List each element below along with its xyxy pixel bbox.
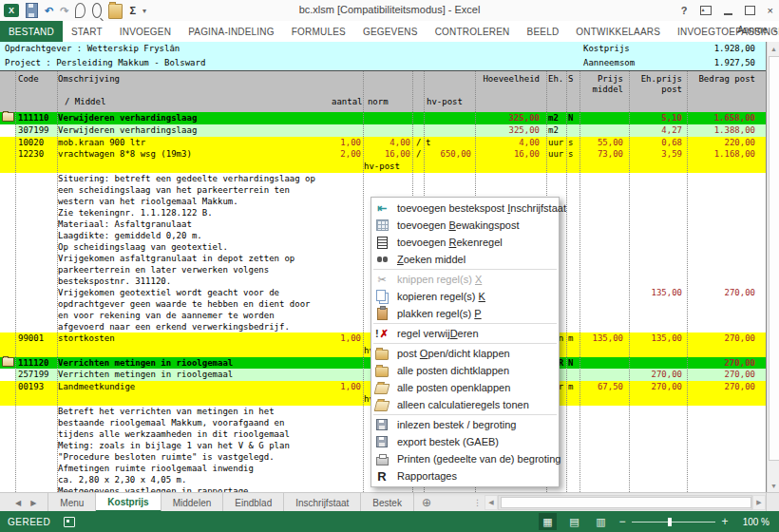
ribbon-tab-bestand[interactable]: BESTAND [0,21,63,42]
add-sheet-icon[interactable]: ⊕ [422,493,431,512]
collapse-post-icon[interactable] [2,112,14,122]
zoom-level[interactable]: 100 % [737,517,770,527]
menu-item-copy-pages[interactable]: kopieren regel(s) K [371,288,559,305]
insert-rekenregel-icon [377,237,388,249]
ribbon-tab-gegevens[interactable]: GEGEVENS [354,21,427,42]
sheet-tab-inschrijfstaat[interactable]: Inschrijfstaat [284,493,361,512]
scroll-right-icon[interactable]: ▶ [752,495,766,510]
sheet-tab-kostprijs[interactable]: Kostprijs [96,493,161,512]
menu-item-folder-open[interactable]: alleen calculatieregels tonen [371,396,559,413]
zoom-slider[interactable] [632,522,715,522]
cell-norm: 16,00 [363,148,410,161]
ribbon-tab-strip: BESTANDSTARTINVOEGENPAGINA-INDELINGFORMU… [0,21,779,43]
vertical-scrollbar-thumb[interactable] [769,56,779,461]
cell-ehprijs: 270,00 [629,381,682,393]
menu-item-folder-closed[interactable]: post Open/dicht klappen [371,345,559,362]
menu-item-printer[interactable]: Printen (gedeelte van de) begroting [371,450,559,467]
sheet-tab-menu[interactable]: Menu [48,493,96,512]
menu-item-export-floppy[interactable]: export bestek (GAEB) [371,433,559,450]
redo-icon[interactable]: ↷ [60,4,68,17]
menu-item-label: plakken regel(s) P [397,308,482,319]
horizontal-scrollbar-track[interactable] [498,495,752,510]
insert-bestekspost-icon: ⇤ [377,201,387,215]
chevron-right-icon[interactable]: ▸ [773,27,777,34]
horizontal-scrollbar[interactable]: ⋮ ◀ ▶ [473,496,766,509]
sheet-row-10020[interactable]: 10020mob.kraan 900 ltr1,004,00/t4,00uurs… [0,137,766,149]
menu-item-label: export bestek (GAEB) [397,436,499,447]
menu-item-folder-closed[interactable]: alle posten dichtklappen [371,362,559,379]
opdrachtgever-label: Opdrachtgever : Wetterskip Fryslân [5,42,180,56]
ribbon-tab-beeld[interactable]: BEELD [519,21,568,42]
cell-bedrag: 220,00 [685,137,755,149]
cell-oms: een scheidingslaag van het parkeerterrei… [58,184,290,196]
scroll-down-icon[interactable]: ▼ [768,479,779,492]
menu-item-insert-bestekspost[interactable]: ⇤toevoegen bestekspost Inschrijfstaat [371,200,559,217]
menu-item-folder-open[interactable]: alle posten openklappen [371,379,559,396]
collapse-post-icon[interactable] [2,357,14,367]
signin-label[interactable]: Aanme [737,25,768,35]
col-eh: Eh. [548,74,563,84]
open-folder-icon[interactable] [108,4,123,19]
horizontal-scrollbar-thumb[interactable] [501,497,751,508]
zoom-in-icon[interactable]: + [721,515,729,528]
zoom-slider-thumb[interactable] [668,518,672,526]
page-break-view-icon[interactable]: ▥ [592,513,610,530]
sheet-tab-bestek[interactable]: Bestek [361,493,414,512]
ribbon-tab-formules[interactable]: FORMULES [283,21,354,42]
menu-item-import-floppy[interactable]: inlezen bestek / begroting [371,416,559,433]
ribbon-tab-pagina-indeling[interactable]: PAGINA-INDELING [180,21,283,42]
touch-mode-icon[interactable] [75,3,86,18]
zoom-out-icon[interactable]: − [618,515,626,528]
ribbon-tab-ontwikkelaars[interactable]: ONTWIKKELAARS [567,21,669,42]
maximize-icon[interactable] [745,6,755,15]
sheet-row-307199[interactable]: 307199Verwijderen verhardingslaag325,00m… [0,124,766,137]
close-icon[interactable]: × [768,5,773,16]
cell-prijs: 73,00 [570,148,623,161]
sheet-nav-left-icon[interactable]: ◀ [15,499,21,507]
menu-item-delete-row[interactable]: ✗regel verwijDeren [371,325,559,342]
minimize-icon[interactable] [724,7,732,15]
sheet-row-desc[interactable]: Situering: betreft een gedeelte verhardi… [0,173,766,184]
cell-ehprijs: 135,00 [629,287,682,298]
help-icon[interactable]: ? [681,5,688,16]
menu-item-insert-bewakingspost[interactable]: toevoegen Bewakingspost [371,217,559,234]
cut-scissors-icon: ✂ [377,274,386,286]
sheet-tab-eindblad[interactable]: Eindblad [223,493,284,512]
ribbon-tabs: BESTANDSTARTINVOEGENPAGINA-INDELINGFORMU… [0,21,779,42]
menu-item-paste-clipboard[interactable]: plakken regel(s) P [371,305,559,322]
cell-label: hv-post [364,161,400,173]
ribbon-tab-invoegen[interactable]: INVOEGEN [111,21,180,42]
sheet-row-12230[interactable]: 12230vrachtwagen 8*8 wsg (19m3)2,0016,00… [0,148,766,161]
ribbon-display-icon[interactable] [700,6,712,15]
save-icon[interactable] [26,3,38,18]
scrollbar-splitter[interactable]: ⋮ [473,498,482,507]
cell-hvval: 650,00 [418,148,471,161]
vertical-scrollbar[interactable]: ▲ ▼ [767,42,779,492]
ribbon-tab-controleren[interactable]: CONTROLEREN [427,21,519,42]
scroll-left-icon[interactable]: ◀ [484,495,498,510]
window-title: bc.xlsm [Compatibiliteitsmodus] - Excel [299,4,481,15]
ribbon-tab-start[interactable]: START [63,21,111,42]
sheet-row-hv[interactable]: hv-post [0,161,766,173]
sheet-row-111110[interactable]: 111110Verwijderen verhardingslaag325,00m… [0,112,766,124]
menu-item-insert-rekenregel[interactable]: toevoegen Rekenregel [371,234,559,251]
status-bar: GEREED ▦ ▤ ▥ − + 100 % [0,511,779,532]
sheet-row-desc[interactable]: een scheidingslaag van het parkeerterrei… [0,184,766,196]
cell-bedrag: 1.168,00 [685,148,755,161]
column-header: Code Omschrijving Hoeveelheid Eh. S Prij… [0,71,766,112]
undo-icon[interactable]: ↶ [45,4,53,17]
sheet-tab-middelen[interactable]: Middelen [162,493,224,512]
normal-view-icon[interactable]: ▦ [539,513,557,530]
page-layout-view-icon[interactable]: ▤ [565,513,583,530]
macro-record-icon[interactable] [64,517,75,527]
aanneemsom-label: Aanneemsom [583,56,635,70]
print-preview-icon[interactable] [92,3,102,18]
sheet-nav-right-icon[interactable]: ▶ [30,499,36,507]
qat-customize-icon[interactable]: ▾ [142,4,146,17]
menu-item-search-binoculars[interactable]: Zoeken middel [371,251,559,268]
autosum-icon[interactable]: Σ [129,4,136,17]
excel-logo[interactable]: X [4,4,19,17]
scroll-up-icon[interactable]: ▲ [768,42,779,55]
menu-item-report-r[interactable]: RRapportages [371,467,559,484]
cell-code: 111110 [18,112,49,124]
